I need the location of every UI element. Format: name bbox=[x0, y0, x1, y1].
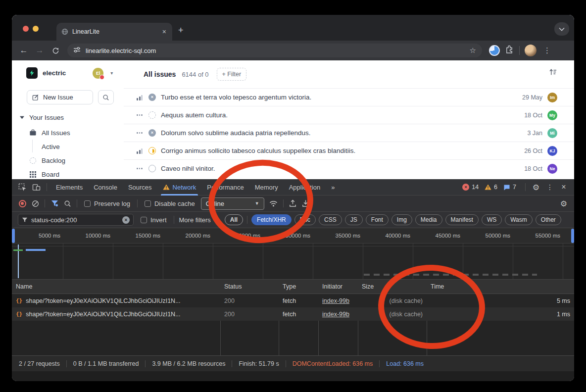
priority-icon-medium[interactable] bbox=[136, 148, 144, 154]
search-issues-button[interactable] bbox=[98, 90, 114, 104]
url-text[interactable]: linearlite.electric-sql.com bbox=[86, 47, 465, 54]
issue-row[interactable]: Corrigo animus sollicito tabesco calculu… bbox=[124, 142, 574, 159]
chip-css[interactable]: CSS bbox=[319, 214, 342, 225]
devtools-menu-icon[interactable]: ⋮ bbox=[543, 181, 556, 194]
console-warnings-badge[interactable]: 6 bbox=[485, 184, 497, 191]
bookmark-star-icon[interactable]: ☆ bbox=[470, 46, 476, 55]
clear-network-log-button[interactable] bbox=[29, 197, 42, 210]
devtools-settings-gear-icon[interactable]: ⚙ bbox=[530, 181, 542, 194]
profile-avatar[interactable] bbox=[525, 45, 537, 56]
checkbox[interactable] bbox=[84, 200, 91, 207]
assignee-avatar[interactable]: KJ bbox=[547, 146, 557, 156]
request-name-cell[interactable]: {} shape/?token=eyJ0eXAiOiJKV1QiLCJhbGci… bbox=[12, 311, 220, 318]
column-header-time[interactable]: Time bbox=[427, 283, 574, 290]
network-conditions-icon[interactable] bbox=[267, 197, 280, 210]
import-har-icon[interactable] bbox=[287, 197, 299, 210]
back-button[interactable]: ← bbox=[17, 44, 31, 57]
assignee-avatar[interactable]: Mi bbox=[547, 128, 557, 138]
sort-icon[interactable] bbox=[549, 68, 557, 78]
add-filter-button[interactable]: + Filter bbox=[217, 68, 247, 81]
column-header-name[interactable]: Name bbox=[12, 283, 220, 290]
chip-media[interactable]: Media bbox=[415, 214, 442, 225]
tab-elements[interactable]: Elements bbox=[51, 179, 88, 196]
column-header-size[interactable]: Size bbox=[358, 283, 427, 290]
status-icon-backlog[interactable] bbox=[148, 111, 156, 119]
url-bar[interactable]: linearlite.electric-sql.com ☆ bbox=[67, 44, 482, 57]
request-row[interactable]: {} shape/?token=eyJ0eXAiOiJKV1QiLCJhbGci… bbox=[12, 294, 574, 307]
column-header-initiator[interactable]: Initiator bbox=[318, 283, 358, 290]
assignee-avatar[interactable]: My bbox=[547, 110, 557, 120]
new-tab-button[interactable]: + bbox=[178, 26, 184, 35]
assignee-avatar[interactable]: Im bbox=[547, 93, 557, 102]
checkbox[interactable] bbox=[141, 217, 147, 223]
export-har-icon[interactable] bbox=[299, 197, 312, 210]
issue-row[interactable]: Aequus autem cultura. 18 Oct My bbox=[124, 106, 574, 124]
tab-application[interactable]: Application bbox=[284, 179, 326, 196]
extensions-puzzle-icon[interactable] bbox=[505, 45, 514, 56]
search-network-icon[interactable] bbox=[61, 197, 74, 210]
column-header-status[interactable]: Status bbox=[220, 283, 279, 290]
issue-row[interactable]: × Turbo esse et terra volo tepesco argen… bbox=[124, 88, 574, 106]
chip-other[interactable]: Other bbox=[536, 214, 561, 225]
timeline-right-handle[interactable] bbox=[571, 229, 574, 243]
checkbox[interactable] bbox=[145, 200, 151, 207]
chip-img[interactable]: Img bbox=[391, 214, 412, 225]
invert-checkbox[interactable]: Invert bbox=[141, 216, 167, 224]
request-initiator-link[interactable]: index-99b bbox=[318, 297, 358, 304]
sidebar-item-active[interactable]: Active bbox=[42, 141, 60, 152]
browser-menu-icon[interactable]: ⋮ bbox=[541, 46, 553, 55]
chip-fetch-xhr[interactable]: Fetch/XHR bbox=[251, 214, 292, 225]
more-filters-button[interactable]: More filters ▼ bbox=[179, 216, 219, 224]
tab-search-button[interactable] bbox=[554, 22, 569, 36]
forward-button[interactable]: → bbox=[33, 44, 47, 57]
issue-title[interactable]: Aequus autem cultura. bbox=[161, 111, 519, 119]
reload-button[interactable] bbox=[49, 44, 62, 57]
tab-network[interactable]: Network bbox=[158, 179, 201, 196]
sidebar-item-all-issues[interactable]: All Issues bbox=[29, 127, 70, 139]
chip-ws[interactable]: WS bbox=[482, 214, 502, 225]
sidebar-item-board[interactable]: Board bbox=[29, 168, 59, 180]
workspace-caret-icon[interactable]: ▾ bbox=[110, 70, 113, 76]
chip-doc[interactable]: Doc bbox=[294, 214, 316, 225]
issues-messages-badge[interactable]: 7 bbox=[503, 184, 516, 191]
disable-cache-checkbox[interactable]: Disable cache bbox=[145, 200, 195, 207]
priority-icon-none[interactable] bbox=[136, 130, 144, 136]
throttling-dropdown[interactable]: Offline ▼ bbox=[201, 197, 264, 210]
filter-query[interactable]: status-code:200 bbox=[31, 216, 119, 224]
status-icon-canceled[interactable]: × bbox=[148, 129, 156, 137]
priority-icon-none[interactable] bbox=[136, 112, 144, 118]
browser-tab[interactable]: LinearLite × bbox=[56, 23, 172, 41]
tab-close-icon[interactable]: × bbox=[161, 28, 167, 36]
assignee-avatar[interactable]: Ne bbox=[547, 164, 557, 174]
status-icon-todo[interactable] bbox=[148, 165, 156, 172]
request-name-cell[interactable]: {} shape/?token=eyJ0eXAiOiJKV1QiLCJhbGci… bbox=[12, 297, 220, 304]
workspace-avatar[interactable]: El bbox=[93, 68, 103, 79]
column-header-type[interactable]: Type bbox=[279, 283, 318, 290]
issue-row[interactable]: Caveo nihil vinitor. 18 Oct Ne bbox=[124, 159, 574, 177]
issue-row[interactable]: × Dolorum solvo sublime audacia patria r… bbox=[124, 124, 574, 142]
chip-js[interactable]: JS bbox=[345, 214, 363, 225]
tab-performance[interactable]: Performance bbox=[202, 179, 248, 196]
chip-font[interactable]: Font bbox=[366, 214, 389, 225]
issue-title[interactable]: Corrigo animus sollicito tabesco calculu… bbox=[161, 147, 519, 154]
close-window-button[interactable] bbox=[23, 26, 29, 32]
request-row[interactable]: {} shape/?token=eyJ0eXAiOiJKV1QiLCJhbGci… bbox=[12, 307, 574, 321]
request-initiator-link[interactable]: index-99b bbox=[318, 311, 358, 318]
devtools-close-icon[interactable]: × bbox=[557, 181, 570, 194]
clear-filter-icon[interactable]: × bbox=[122, 216, 130, 224]
priority-icon-none[interactable] bbox=[136, 166, 144, 172]
new-issue-button[interactable]: New Issue bbox=[27, 90, 93, 104]
record-network-log-button[interactable] bbox=[16, 197, 29, 210]
sidebar-section-your-issues[interactable]: Your Issues bbox=[20, 114, 64, 121]
network-overview-timeline[interactable]: 5000 ms 10000 ms 15000 ms 20000 ms 25000… bbox=[12, 228, 574, 280]
device-toolbar-icon[interactable] bbox=[30, 181, 43, 194]
network-settings-gear-icon[interactable]: ⚙ bbox=[557, 197, 570, 210]
chip-manifest[interactable]: Manifest bbox=[445, 214, 479, 225]
more-tabs-button[interactable]: » bbox=[326, 179, 340, 196]
tab-sources[interactable]: Sources bbox=[123, 179, 157, 196]
priority-icon-medium[interactable] bbox=[136, 95, 144, 100]
chip-all[interactable]: All bbox=[225, 214, 243, 225]
issue-title[interactable]: Caveo nihil vinitor. bbox=[161, 165, 519, 172]
tab-memory[interactable]: Memory bbox=[250, 179, 283, 196]
inspect-element-icon[interactable] bbox=[16, 181, 29, 194]
